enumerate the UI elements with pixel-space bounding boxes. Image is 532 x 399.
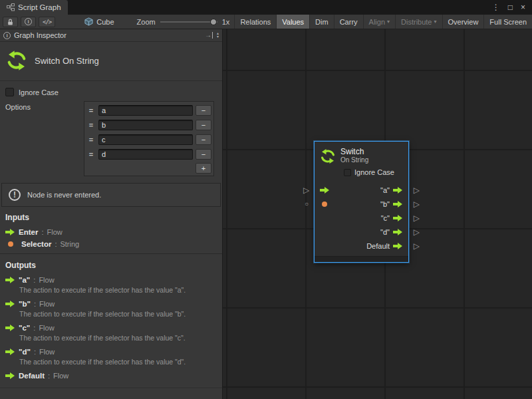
enter-port[interactable]	[320, 187, 330, 194]
lock-button[interactable]	[3, 17, 18, 27]
switch-on-string-node[interactable]: Switch On String Ignore Case "a" ▷ ▷ "b"…	[314, 141, 409, 263]
node-ignore-case-row: Ignore Case	[344, 168, 403, 176]
connect-triangle-icon[interactable]: ▷	[414, 214, 420, 222]
output-port-d: "d" : Flow	[0, 345, 222, 357]
zoom-control: Zoom 1x	[137, 18, 230, 26]
connect-triangle-icon[interactable]: ▷	[414, 242, 420, 250]
toolbar-button-fullscreen[interactable]: Full Screen	[483, 15, 532, 29]
port-separator: :	[41, 228, 43, 236]
connect-triangle-icon[interactable]: ▷	[303, 186, 309, 194]
node-output-label: Default	[366, 242, 390, 250]
port-description: The action to execute if the selector ha…	[0, 309, 222, 321]
script-graph-icon	[7, 3, 15, 11]
port-separator: :	[34, 348, 36, 356]
option-input-3[interactable]	[98, 149, 193, 160]
connect-triangle-icon[interactable]: ▷	[414, 186, 420, 194]
node-output-label: "c"	[381, 214, 390, 222]
drag-handle-icon[interactable]: =	[86, 121, 96, 129]
info-icon: i	[25, 18, 32, 25]
connect-triangle-icon[interactable]: ▷	[414, 200, 420, 208]
output-port-a[interactable]	[393, 187, 403, 194]
output-port-d[interactable]	[393, 229, 403, 235]
inspector-header: i Graph Inspector → ▴ ▾	[0, 29, 222, 42]
node-ignore-case-label: Ignore Case	[354, 168, 394, 176]
input-port-selector: Selector : String	[0, 237, 222, 249]
dock-panel-icon[interactable]: →	[205, 32, 213, 39]
window-menu-icon[interactable]: ⋮	[492, 3, 500, 11]
port-description: The action to execute if the selector ha…	[0, 285, 222, 297]
zoom-slider-thumb[interactable]	[210, 19, 217, 25]
node-port-row: Default ▷	[315, 239, 408, 253]
inspector-toggle-button[interactable]: i	[21, 17, 36, 27]
port-separator: :	[48, 372, 50, 380]
port-separator: :	[33, 324, 35, 332]
connect-triangle-icon[interactable]: ▷	[414, 228, 420, 236]
chevron-down-icon: ▾	[434, 19, 437, 25]
window-controls: ⋮ □ ×	[492, 0, 532, 15]
panel-stepper[interactable]: ▴ ▾	[217, 32, 219, 39]
add-option-button[interactable]: +	[196, 163, 211, 174]
drag-handle-icon[interactable]: =	[86, 150, 96, 158]
switch-unit-icon	[320, 148, 336, 164]
toolbar-button-distribute-label: Distribute	[401, 18, 432, 26]
cube-icon	[84, 17, 93, 26]
drag-handle-icon[interactable]: =	[86, 136, 96, 144]
output-port-b[interactable]	[393, 201, 403, 207]
tab-script-graph[interactable]: Script Graph	[0, 0, 68, 15]
port-name: Selector	[21, 240, 51, 248]
zoom-slider-track	[160, 21, 217, 23]
option-input-2[interactable]	[98, 134, 193, 145]
node-ignore-case-checkbox[interactable]	[344, 169, 351, 176]
toolbar-button-carry[interactable]: Carry	[334, 15, 363, 29]
node-port-row: "d" ▷	[315, 225, 408, 239]
flow-arrow-icon	[5, 277, 15, 283]
port-type: Flow	[53, 372, 68, 380]
flow-arrow-icon	[5, 301, 15, 307]
toolbar-button-overview[interactable]: Overview	[442, 15, 484, 29]
unit-title: Switch On String	[35, 56, 99, 66]
remove-option-button[interactable]: −	[196, 120, 211, 130]
toolbar-button-distribute: Distribute ▾	[395, 15, 442, 29]
node-port-row: "b" ○ ▷	[315, 197, 408, 211]
drag-handle-icon[interactable]: =	[86, 106, 96, 114]
port-name: "a"	[19, 276, 30, 284]
ignore-case-label: Ignore Case	[19, 88, 59, 96]
ignore-case-checkbox[interactable]	[5, 88, 14, 96]
code-icon: </>	[43, 19, 51, 25]
output-port-c[interactable]	[393, 215, 403, 221]
warning-box: ! Node is never entered.	[1, 183, 221, 207]
toolbar-button-align: Align ▾	[363, 15, 395, 29]
output-port-default[interactable]	[393, 243, 403, 249]
port-type: Flow	[39, 324, 54, 332]
window-close-icon[interactable]: ×	[521, 3, 525, 11]
node-output-label: "a"	[380, 186, 390, 194]
warning-icon: !	[9, 189, 21, 201]
toolbar-button-dim[interactable]: Dim	[309, 15, 334, 29]
step-down-icon: ▾	[217, 35, 219, 39]
empty-section	[0, 388, 222, 399]
window-maximize-icon[interactable]: □	[508, 3, 513, 11]
options-block: Options = − = − = − =	[5, 101, 214, 176]
remove-option-button[interactable]: −	[196, 105, 211, 116]
node-port-row: "c" ▷	[315, 211, 408, 225]
remove-option-button[interactable]: −	[196, 134, 211, 145]
switch-unit-icon	[6, 50, 27, 71]
zoom-slider[interactable]	[160, 18, 217, 26]
warning-text: Node is never entered.	[27, 191, 101, 199]
connect-circle-icon[interactable]: ○	[305, 201, 309, 207]
selector-port[interactable]	[322, 201, 327, 207]
code-view-button[interactable]: </>	[39, 17, 55, 27]
flow-arrow-icon	[5, 325, 15, 331]
toolbar-button-values[interactable]: Values	[276, 15, 309, 29]
option-input-0[interactable]	[98, 105, 193, 116]
remove-option-button[interactable]: −	[196, 149, 211, 160]
graph-owner-label: Cube	[96, 18, 114, 26]
graph-owner-selector[interactable]: Cube	[80, 16, 118, 28]
toolbar-button-relations[interactable]: Relations	[234, 15, 276, 29]
output-port-a: "a" : Flow	[0, 273, 222, 285]
option-input-1[interactable]	[98, 120, 193, 130]
port-type: Flow	[39, 348, 55, 356]
option-row: = −	[86, 147, 212, 162]
graph-toolbar: i </> Cube Zoom 1x Relations Values Dim …	[0, 15, 532, 29]
graph-canvas[interactable]: Switch On String Ignore Case "a" ▷ ▷ "b"…	[223, 29, 532, 399]
